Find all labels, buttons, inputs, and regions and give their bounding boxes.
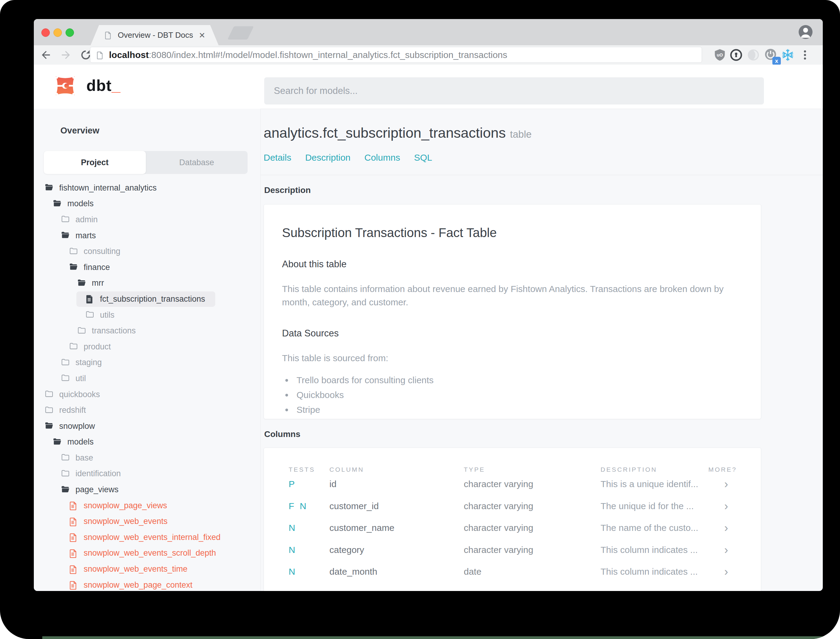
- folder-closed-icon: [61, 454, 70, 462]
- tree-item-util[interactable]: util: [34, 370, 260, 386]
- expand-row-chevron-icon[interactable]: ›: [708, 501, 744, 512]
- tree-item-snowplow_web_events_internal_fixed[interactable]: snowplow_web_events_internal_fixed: [34, 529, 260, 545]
- column-row-id[interactable]: Pidcharacter varyingThis is a unique ide…: [289, 473, 744, 495]
- source-item: Stripe: [293, 405, 743, 415]
- description-section-label: Description: [264, 185, 823, 195]
- expand-row-chevron-icon[interactable]: ›: [708, 544, 744, 556]
- tree-item-label: staging: [76, 358, 102, 367]
- tree-item-finance[interactable]: finance: [34, 259, 260, 275]
- tree-item-label: fishtown_internal_analytics: [59, 183, 157, 193]
- model-file-red-icon: [69, 565, 78, 574]
- folder-closed-icon: [45, 390, 53, 399]
- folder-open-icon: [61, 486, 70, 494]
- tree-item-fishtown_internal_analytics[interactable]: fishtown_internal_analytics: [34, 180, 260, 196]
- cell-description: This is a unique identif...: [600, 479, 708, 489]
- close-window-button[interactable]: [41, 29, 50, 37]
- column-row-customer_name[interactable]: Ncustomer_namecharacter varyingThe name …: [289, 517, 744, 539]
- expand-row-chevron-icon[interactable]: ›: [708, 566, 744, 577]
- close-tab-icon[interactable]: ✕: [198, 32, 205, 39]
- tree-item-mrr[interactable]: mrr: [34, 275, 260, 291]
- forward-button[interactable]: [59, 48, 73, 62]
- folder-closed-icon: [61, 358, 70, 367]
- tree-item-staging[interactable]: staging: [34, 355, 260, 371]
- tree-item-fct_subscription_transactions[interactable]: fct_subscription_transactions: [34, 291, 260, 307]
- model-nav-details[interactable]: Details: [264, 153, 291, 163]
- browser-toolbar: localhost:8080/index.html#!/model/model.…: [34, 45, 823, 65]
- column-header-more: MORE?: [708, 466, 744, 473]
- model-file-red-icon: [69, 549, 78, 558]
- folder-open-icon: [53, 200, 61, 208]
- cell-column: category: [329, 545, 464, 555]
- page-doc-icon: [104, 31, 112, 40]
- zoom-window-button[interactable]: [65, 29, 74, 37]
- model-nav-columns[interactable]: Columns: [364, 153, 400, 163]
- tree-item-snowplow[interactable]: snowplow: [34, 418, 260, 434]
- tree-item-consulting[interactable]: consulting: [34, 243, 260, 259]
- browser-menu-icon[interactable]: [798, 48, 812, 62]
- tree-item-identification[interactable]: identification: [34, 466, 260, 482]
- doc-heading: Subscription Transactions - Fact Table: [282, 226, 743, 240]
- tree-item-utils[interactable]: utils: [34, 307, 260, 323]
- minimize-window-button[interactable]: [54, 29, 62, 37]
- tree-item-label: snowplow_web_events_internal_fixed: [84, 533, 221, 542]
- tree-item-base[interactable]: base: [34, 450, 260, 466]
- column-header-description: DESCRIPTION: [600, 466, 708, 473]
- new-tab-button[interactable]: [227, 26, 254, 40]
- pocket-icon[interactable]: [746, 48, 761, 62]
- tree-item-label: models: [67, 437, 94, 447]
- cell-tests: N: [289, 566, 329, 577]
- cell-description: This column indicates ...: [600, 566, 708, 577]
- back-button[interactable]: [39, 48, 52, 62]
- tree-item-snowplow_page_views[interactable]: snowplow_page_views: [34, 498, 260, 514]
- tree-item-transactions[interactable]: transactions: [34, 323, 260, 339]
- folder-closed-icon: [69, 247, 78, 256]
- folder-closed-icon: [69, 342, 78, 351]
- tree-item-marts[interactable]: marts: [34, 228, 260, 244]
- tree-item-page_views[interactable]: page_views: [34, 482, 260, 498]
- model-nav-sql[interactable]: SQL: [414, 153, 432, 163]
- tree-item-snowplow_web_events_time[interactable]: snowplow_web_events_time: [34, 561, 260, 577]
- url-bar[interactable]: localhost:8080/index.html#!/model/model.…: [90, 47, 702, 63]
- tree-item-snowplow_web_events_scroll_depth[interactable]: snowplow_web_events_scroll_depth: [34, 545, 260, 561]
- cell-tests: F N: [289, 501, 329, 511]
- tab-project[interactable]: Project: [44, 151, 146, 174]
- folder-open-icon: [69, 263, 78, 272]
- expand-row-chevron-icon[interactable]: ›: [708, 478, 744, 490]
- browser-tab[interactable]: Overview - DBT Docs ✕: [91, 25, 219, 45]
- column-row-date_month[interactable]: Ndate_monthdateThis column indicates ...…: [289, 561, 744, 583]
- tree-item-label: transactions: [92, 326, 136, 335]
- model-nav-description[interactable]: Description: [305, 153, 351, 163]
- tab-database[interactable]: Database: [146, 151, 248, 174]
- ublock-shield-icon[interactable]: uO: [713, 48, 727, 62]
- onepassword-icon[interactable]: [729, 48, 743, 62]
- tree-item-snowplow_web_events[interactable]: snowplow_web_events: [34, 513, 260, 529]
- column-row-customer_id[interactable]: F Ncustomer_idcharacter varyingThe uniqu…: [289, 495, 744, 517]
- tree-item-models[interactable]: models: [34, 196, 260, 212]
- column-header-column: COLUMN: [329, 466, 464, 473]
- power-icon[interactable]: x: [763, 48, 778, 62]
- column-row-category[interactable]: Ncategorycharacter varyingThis column in…: [289, 539, 744, 561]
- tree-item-snowplow_web_page_context[interactable]: snowplow_web_page_context: [34, 577, 260, 591]
- tree-item-redshift[interactable]: redshift: [34, 402, 260, 418]
- url-doc-icon: [96, 51, 104, 59]
- folder-open-icon: [45, 184, 53, 192]
- folder-closed-icon: [61, 470, 70, 478]
- browser-window: Overview - DBT Docs ✕ lo: [34, 19, 823, 591]
- expand-row-chevron-icon[interactable]: ›: [708, 522, 744, 534]
- cell-column: customer_name: [329, 523, 464, 533]
- browser-profile-avatar[interactable]: [799, 25, 813, 39]
- desktop-sliver: [42, 636, 840, 639]
- tree-item-models[interactable]: models: [34, 434, 260, 450]
- tree-item-quickbooks[interactable]: quickbooks: [34, 386, 260, 402]
- sidebar-title: Overview: [60, 126, 260, 135]
- columns-table-body: Pidcharacter varyingThis is a unique ide…: [289, 473, 744, 583]
- tree-item-admin[interactable]: admin: [34, 212, 260, 228]
- power-badge: x: [772, 57, 781, 65]
- tree-item-product[interactable]: product: [34, 339, 260, 355]
- model-file-red-icon: [69, 533, 78, 542]
- dbt-logo-text: dbt_: [86, 72, 121, 99]
- dbt-logo[interactable]: dbt_: [51, 72, 121, 100]
- search-input[interactable]: [264, 77, 764, 105]
- source-item: Quickbooks: [293, 390, 743, 400]
- snowflake-icon[interactable]: [781, 48, 795, 62]
